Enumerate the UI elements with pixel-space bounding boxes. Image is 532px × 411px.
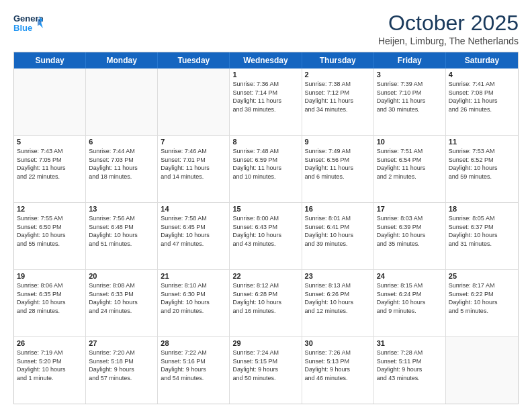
day-info: Sunrise: 7:39 AM Sunset: 7:10 PM Dayligh… — [377, 80, 443, 113]
day-info: Sunrise: 8:01 AM Sunset: 6:41 PM Dayligh… — [305, 214, 371, 248]
day-cell-20: 20Sunrise: 8:08 AM Sunset: 6:33 PM Dayli… — [86, 270, 158, 336]
day-info: Sunrise: 7:38 AM Sunset: 7:12 PM Dayligh… — [305, 80, 371, 113]
day-cell-13: 13Sunrise: 7:56 AM Sunset: 6:48 PM Dayli… — [86, 203, 158, 269]
day-info: Sunrise: 8:13 AM Sunset: 6:26 PM Dayligh… — [305, 281, 371, 315]
day-number: 10 — [377, 138, 443, 146]
day-number: 20 — [89, 272, 154, 280]
day-info: Sunrise: 7:53 AM Sunset: 6:52 PM Dayligh… — [449, 147, 515, 181]
day-number: 16 — [305, 205, 371, 213]
day-cell-15: 15Sunrise: 8:00 AM Sunset: 6:43 PM Dayli… — [230, 203, 302, 269]
day-cell-28: 28Sunrise: 7:22 AM Sunset: 5:16 PM Dayli… — [158, 337, 230, 404]
day-number: 29 — [232, 339, 298, 347]
day-info: Sunrise: 8:06 AM Sunset: 6:35 PM Dayligh… — [17, 281, 83, 315]
day-info: Sunrise: 8:15 AM Sunset: 6:24 PM Dayligh… — [377, 281, 443, 315]
month-title: October 2025 — [378, 11, 519, 36]
day-cell-23: 23Sunrise: 8:13 AM Sunset: 6:26 PM Dayli… — [302, 270, 374, 336]
day-number: 4 — [449, 71, 515, 79]
day-number: 25 — [449, 272, 515, 280]
week-row-4: 19Sunrise: 8:06 AM Sunset: 6:35 PM Dayli… — [14, 270, 518, 337]
empty-cell — [446, 337, 518, 404]
day-info: Sunrise: 7:19 AM Sunset: 5:20 PM Dayligh… — [17, 349, 83, 382]
day-cell-17: 17Sunrise: 8:03 AM Sunset: 6:39 PM Dayli… — [374, 203, 446, 269]
header-cell-wednesday: Wednesday — [230, 52, 302, 68]
day-cell-4: 4Sunrise: 7:41 AM Sunset: 7:08 PM Daylig… — [446, 68, 518, 135]
day-number: 26 — [17, 339, 83, 347]
day-info: Sunrise: 7:44 AM Sunset: 7:03 PM Dayligh… — [89, 147, 154, 181]
day-info: Sunrise: 7:51 AM Sunset: 6:54 PM Dayligh… — [377, 147, 443, 181]
day-info: Sunrise: 7:58 AM Sunset: 6:45 PM Dayligh… — [161, 214, 226, 248]
header-cell-friday: Friday — [374, 52, 446, 68]
day-number: 7 — [161, 138, 226, 146]
location: Heijen, Limburg, The Netherlands — [378, 36, 519, 46]
day-cell-18: 18Sunrise: 8:05 AM Sunset: 6:37 PM Dayli… — [446, 203, 518, 269]
day-cell-14: 14Sunrise: 7:58 AM Sunset: 6:45 PM Dayli… — [158, 203, 230, 269]
calendar-body: 1Sunrise: 7:36 AM Sunset: 7:14 PM Daylig… — [14, 68, 518, 404]
day-cell-6: 6Sunrise: 7:44 AM Sunset: 7:03 PM Daylig… — [86, 136, 158, 202]
day-cell-30: 30Sunrise: 7:26 AM Sunset: 5:13 PM Dayli… — [302, 337, 374, 404]
day-info: Sunrise: 7:55 AM Sunset: 6:50 PM Dayligh… — [17, 214, 83, 248]
day-info: Sunrise: 8:12 AM Sunset: 6:28 PM Dayligh… — [232, 281, 298, 315]
day-info: Sunrise: 7:36 AM Sunset: 7:14 PM Dayligh… — [232, 80, 298, 113]
header-cell-thursday: Thursday — [302, 52, 374, 68]
week-row-5: 26Sunrise: 7:19 AM Sunset: 5:20 PM Dayli… — [14, 337, 518, 404]
day-number: 5 — [17, 138, 83, 146]
calendar-header: SundayMondayTuesdayWednesdayThursdayFrid… — [14, 52, 518, 68]
day-cell-25: 25Sunrise: 8:17 AM Sunset: 6:22 PM Dayli… — [446, 270, 518, 336]
calendar: SundayMondayTuesdayWednesdayThursdayFrid… — [13, 52, 519, 404]
day-cell-19: 19Sunrise: 8:06 AM Sunset: 6:35 PM Dayli… — [14, 270, 86, 336]
day-number: 23 — [305, 272, 371, 280]
day-info: Sunrise: 7:24 AM Sunset: 5:15 PM Dayligh… — [232, 349, 298, 382]
week-row-2: 5Sunrise: 7:43 AM Sunset: 7:05 PM Daylig… — [14, 136, 518, 203]
empty-cell — [86, 68, 158, 135]
day-number: 27 — [89, 339, 154, 347]
day-info: Sunrise: 7:48 AM Sunset: 6:59 PM Dayligh… — [232, 147, 298, 181]
day-info: Sunrise: 7:43 AM Sunset: 7:05 PM Dayligh… — [17, 147, 83, 181]
day-info: Sunrise: 8:05 AM Sunset: 6:37 PM Dayligh… — [449, 214, 515, 248]
day-cell-12: 12Sunrise: 7:55 AM Sunset: 6:50 PM Dayli… — [14, 203, 86, 269]
day-cell-24: 24Sunrise: 8:15 AM Sunset: 6:24 PM Dayli… — [374, 270, 446, 336]
day-info: Sunrise: 7:22 AM Sunset: 5:16 PM Dayligh… — [161, 349, 226, 382]
day-number: 3 — [377, 71, 443, 79]
day-cell-8: 8Sunrise: 7:48 AM Sunset: 6:59 PM Daylig… — [230, 136, 302, 202]
day-info: Sunrise: 7:20 AM Sunset: 5:18 PM Dayligh… — [89, 349, 154, 382]
day-cell-3: 3Sunrise: 7:39 AM Sunset: 7:10 PM Daylig… — [374, 68, 446, 135]
empty-cell — [158, 68, 230, 135]
day-info: Sunrise: 7:28 AM Sunset: 5:11 PM Dayligh… — [377, 349, 443, 382]
day-cell-5: 5Sunrise: 7:43 AM Sunset: 7:05 PM Daylig… — [14, 136, 86, 202]
header-cell-saturday: Saturday — [446, 52, 518, 68]
logo: General Blue — [13, 11, 43, 35]
day-cell-9: 9Sunrise: 7:49 AM Sunset: 6:56 PM Daylig… — [302, 136, 374, 202]
day-number: 24 — [377, 272, 443, 280]
day-info: Sunrise: 8:17 AM Sunset: 6:22 PM Dayligh… — [449, 281, 515, 315]
day-number: 13 — [89, 205, 154, 213]
day-number: 11 — [449, 138, 515, 146]
header-cell-sunday: Sunday — [14, 52, 86, 68]
day-number: 8 — [232, 138, 298, 146]
day-info: Sunrise: 7:26 AM Sunset: 5:13 PM Dayligh… — [305, 349, 371, 382]
day-cell-7: 7Sunrise: 7:46 AM Sunset: 7:01 PM Daylig… — [158, 136, 230, 202]
day-cell-10: 10Sunrise: 7:51 AM Sunset: 6:54 PM Dayli… — [374, 136, 446, 202]
day-cell-22: 22Sunrise: 8:12 AM Sunset: 6:28 PM Dayli… — [230, 270, 302, 336]
day-info: Sunrise: 8:00 AM Sunset: 6:43 PM Dayligh… — [232, 214, 298, 248]
day-number: 31 — [377, 339, 443, 347]
svg-text:Blue: Blue — [13, 23, 32, 33]
day-number: 22 — [232, 272, 298, 280]
day-info: Sunrise: 7:56 AM Sunset: 6:48 PM Dayligh… — [89, 214, 154, 248]
week-row-3: 12Sunrise: 7:55 AM Sunset: 6:50 PM Dayli… — [14, 203, 518, 270]
logo-icon: General Blue — [13, 11, 43, 35]
day-cell-29: 29Sunrise: 7:24 AM Sunset: 5:15 PM Dayli… — [230, 337, 302, 404]
day-number: 18 — [449, 205, 515, 213]
day-info: Sunrise: 7:41 AM Sunset: 7:08 PM Dayligh… — [449, 80, 515, 113]
day-number: 9 — [305, 138, 371, 146]
day-info: Sunrise: 8:03 AM Sunset: 6:39 PM Dayligh… — [377, 214, 443, 248]
day-number: 17 — [377, 205, 443, 213]
day-number: 12 — [17, 205, 83, 213]
empty-cell — [14, 68, 86, 135]
day-number: 28 — [161, 339, 226, 347]
day-cell-11: 11Sunrise: 7:53 AM Sunset: 6:52 PM Dayli… — [446, 136, 518, 202]
header-cell-tuesday: Tuesday — [158, 52, 230, 68]
day-number: 6 — [89, 138, 154, 146]
day-cell-16: 16Sunrise: 8:01 AM Sunset: 6:41 PM Dayli… — [302, 203, 374, 269]
title-block: October 2025 Heijen, Limburg, The Nether… — [378, 11, 519, 46]
day-info: Sunrise: 7:49 AM Sunset: 6:56 PM Dayligh… — [305, 147, 371, 181]
